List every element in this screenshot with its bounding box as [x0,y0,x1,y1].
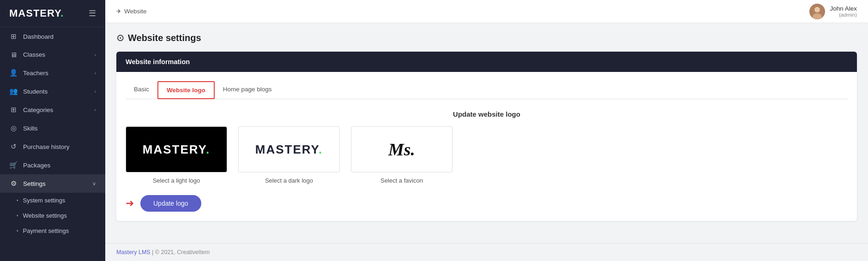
favicon-wrap: Ms. Select a favicon [351,126,452,184]
sidebar-item-categories[interactable]: ⊞ Categories › [0,101,105,119]
page-content: ⊙ Website settings Website information B… [105,23,868,243]
user-details: John Alex (admin) [830,5,857,18]
sidebar-item-packages[interactable]: 🛒 Packages [0,156,105,174]
sidebar-logo-area: MASTERY. ☰ [0,0,105,27]
sidebar: MASTERY. ☰ ⊞ Dashboard 🖥 Classes › 👤 Tea… [0,0,105,261]
sidebar-nav: ⊞ Dashboard 🖥 Classes › 👤 Teachers › 👥 S… [0,27,105,261]
card-body: Basic Website logo Home page blogs Updat… [116,72,857,221]
mastery-dot-light: . [319,142,323,156]
hamburger-icon[interactable]: ☰ [89,8,96,18]
breadcrumb-text: Website [124,8,147,15]
logo-section-title: Update website logo [126,110,848,118]
sidebar-item-dashboard[interactable]: ⊞ Dashboard [0,27,105,46]
favicon-box[interactable]: Ms. [351,126,452,172]
page-title: ⊙ Website settings [116,32,857,43]
logo-dot: . [60,7,64,19]
purchase-history-icon: ↺ [9,142,18,151]
card-header: Website information [116,52,857,72]
students-icon: 👥 [9,87,18,95]
chevron-right-icon: › [94,70,96,76]
chevron-right-icon: › [94,52,96,58]
sidebar-item-label: Settings [23,180,46,187]
skills-icon: ◎ [9,124,18,132]
sidebar-sub-website-settings[interactable]: Website settings [0,208,105,223]
chevron-down-icon: ∨ [92,181,96,187]
mastery-text-light: MASTERY. [255,142,323,156]
update-row: ➜ Update logo [126,195,848,212]
light-logo-box[interactable]: MASTERY. [126,126,227,172]
sidebar-item-purchase-history[interactable]: ↺ Purchase history [0,137,105,156]
favicon-text: Ms. [388,139,415,160]
sidebar-logo-text: MASTERY. [9,7,64,19]
tab-website-logo[interactable]: Website logo [157,81,215,99]
card-header-text: Website information [126,58,190,65]
light-logo-caption: Select a light logo [153,177,200,184]
navigation-icon: ✈ [116,8,121,15]
page-title-icon: ⊙ [116,32,124,43]
classes-icon: 🖥 [9,51,18,59]
sidebar-item-label: Dashboard [23,33,54,40]
website-info-card: Website information Basic Website logo H… [116,52,857,221]
mastery-logo-light: MASTERY. [255,142,323,157]
sidebar-item-skills[interactable]: ◎ Skills [0,119,105,137]
settings-icon: ⚙ [9,179,18,188]
footer-brand[interactable]: Mastery LMS [116,249,151,255]
tabs: Basic Website logo Home page blogs [126,81,848,99]
footer: Mastery LMS | © 2021, CreativeItem [105,243,868,261]
sidebar-item-label: Packages [23,162,50,169]
arrow-right-icon: ➜ [126,197,134,209]
sidebar-item-students[interactable]: 👥 Students › [0,82,105,101]
sidebar-item-teachers[interactable]: 👤 Teachers › [0,64,105,82]
topbar: ✈ Website John Alex (admin) [105,0,868,23]
chevron-right-icon: › [94,89,96,94]
logo-grid: MASTERY. Select a light logo MASTERY. Se… [126,126,848,184]
chevron-right-icon: › [94,107,96,113]
tab-basic[interactable]: Basic [126,81,157,99]
mastery-logo-dark: MASTERY. [143,142,211,157]
update-logo-button[interactable]: Update logo [140,195,201,212]
user-info: John Alex (admin) [809,4,857,19]
sidebar-item-label: Purchase history [23,143,70,150]
sidebar-item-settings[interactable]: ⚙ Settings ∨ [0,174,105,193]
sidebar-item-label: Students [23,88,48,95]
mastery-text-dark: MASTERY. [143,142,211,157]
dark-logo-caption: Select a dark logo [265,177,313,184]
favicon-caption: Select a favicon [380,177,423,184]
teachers-icon: 👤 [9,69,18,77]
user-role: (admin) [830,12,857,18]
sidebar-sub-payment-settings[interactable]: Payment settings [0,223,105,238]
sidebar-item-label: Teachers [23,70,48,77]
user-name: John Alex [830,5,857,12]
avatar [809,4,825,19]
page-title-text: Website settings [128,33,201,43]
sub-item-label: System settings [23,197,66,204]
sub-item-label: Website settings [23,212,67,219]
svg-point-1 [814,7,820,12]
dashboard-icon: ⊞ [9,32,18,41]
footer-text: | © 2021, CreativeItem [151,249,210,255]
mastery-dot-dark: . [206,142,210,156]
sidebar-item-label: Skills [23,125,38,132]
dark-logo-wrap: MASTERY. Select a dark logo [238,126,340,184]
main-content: ✈ Website John Alex (admin) ⊙ Website se… [105,0,868,261]
sidebar-sub-system-settings[interactable]: System settings [0,193,105,208]
sub-item-label: Payment settings [23,227,69,234]
tab-home-page-blogs[interactable]: Home page blogs [215,81,280,99]
dark-logo-box[interactable]: MASTERY. [238,126,340,172]
sidebar-item-classes[interactable]: 🖥 Classes › [0,46,105,64]
sidebar-item-label: Classes [23,51,45,58]
categories-icon: ⊞ [9,106,18,114]
packages-icon: 🛒 [9,161,18,169]
sidebar-item-label: Categories [23,107,53,113]
breadcrumb: ✈ Website [116,8,147,15]
light-logo-wrap: MASTERY. Select a light logo [126,126,227,184]
